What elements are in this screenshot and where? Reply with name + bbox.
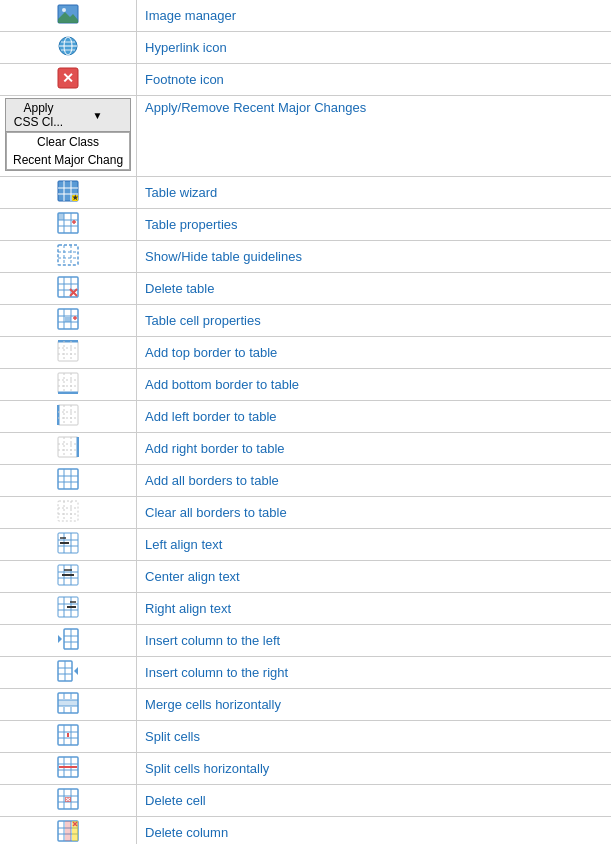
- icon-cell-center-align: [0, 561, 137, 593]
- row-clear-all-borders: Clear all borders to table: [0, 497, 611, 529]
- label-apply-css: Apply/Remove Recent Major Changes: [137, 96, 611, 177]
- row-add-all-borders: Add all borders to table: [0, 465, 611, 497]
- icon-cell-css-dropdown[interactable]: Apply CSS Cl... ▼ Clear Class Recent Maj…: [0, 96, 137, 177]
- label-right-align: Right align text: [137, 593, 611, 625]
- border-right-icon: [57, 436, 79, 458]
- label-image-manager: Image manager: [137, 0, 611, 32]
- css-dropdown-list[interactable]: Clear Class Recent Major Chang: [6, 132, 130, 170]
- row-add-left-border: Add left border to table: [0, 401, 611, 433]
- svg-marker-105: [74, 667, 78, 675]
- svg-marker-100: [58, 635, 62, 643]
- label-guidelines: Show/Hide table guidelines: [137, 241, 611, 273]
- row-footnote: ✕ Footnote icon: [0, 64, 611, 96]
- hyperlink-icon: [57, 35, 79, 57]
- align-left-icon: [57, 532, 79, 554]
- row-apply-css: Apply CSS Cl... ▼ Clear Class Recent Maj…: [0, 96, 611, 177]
- label-clear-borders: Clear all borders to table: [137, 497, 611, 529]
- align-center-icon: [57, 564, 79, 586]
- svg-rect-40: [65, 317, 71, 322]
- label-delete-table: Delete table: [137, 273, 611, 305]
- row-split-cells: Split cells: [0, 721, 611, 753]
- row-image-manager: Image manager: [0, 0, 611, 32]
- label-delete-cell: Delete cell: [137, 785, 611, 817]
- icon-cell-split-h: [0, 753, 137, 785]
- border-left-icon: [57, 404, 79, 426]
- cell-props-icon: [57, 308, 79, 330]
- label-right-border: Add right border to table: [137, 433, 611, 465]
- row-cell-props: Table cell properties: [0, 305, 611, 337]
- row-delete-column: Delete column: [0, 817, 611, 845]
- row-add-top-border: Add top border to table: [0, 337, 611, 369]
- svg-rect-70: [58, 501, 78, 521]
- svg-rect-59: [58, 437, 78, 457]
- svg-rect-65: [58, 469, 78, 489]
- icon-cell-delete-table: [0, 273, 137, 305]
- icon-cell-split: [0, 721, 137, 753]
- icon-cell-image-manager: [0, 0, 137, 32]
- css-dropdown-label: Apply CSS Cl...: [10, 101, 67, 129]
- row-insert-col-left: Insert column to the left: [0, 625, 611, 657]
- icon-cell-table-props: [0, 209, 137, 241]
- row-hyperlink: Hyperlink icon: [0, 32, 611, 64]
- icon-cell-merge-h: [0, 689, 137, 721]
- svg-rect-41: [58, 341, 78, 361]
- row-add-bottom-border: Add bottom border to table: [0, 369, 611, 401]
- icon-cell-delete-cell: [0, 785, 137, 817]
- label-bottom-border: Add bottom border to table: [137, 369, 611, 401]
- css-dropdown-header[interactable]: Apply CSS Cl... ▼: [6, 99, 130, 132]
- row-right-align: Right align text: [0, 593, 611, 625]
- col-right-icon: [57, 660, 79, 682]
- table-wizard-icon: ★: [57, 180, 79, 202]
- table-guidelines-icon: [57, 244, 79, 266]
- delete-col-icon: [57, 820, 79, 842]
- col-left-icon: [57, 628, 79, 650]
- icon-cell-all-borders: [0, 465, 137, 497]
- icon-cell-col-right: [0, 657, 137, 689]
- label-cell-props: Table cell properties: [137, 305, 611, 337]
- row-delete-cell: Delete cell: [0, 785, 611, 817]
- icon-cell-bottom-border: [0, 369, 137, 401]
- row-show-hide-guidelines: Show/Hide table guidelines: [0, 241, 611, 273]
- label-left-border: Add left border to table: [137, 401, 611, 433]
- icon-cell-cell-props: [0, 305, 137, 337]
- footnote-icon: ✕: [57, 67, 79, 89]
- svg-text:★: ★: [72, 194, 79, 201]
- label-table-properties: Table properties: [137, 209, 611, 241]
- row-insert-col-right: Insert column to the right: [0, 657, 611, 689]
- delete-table-icon: [57, 276, 79, 298]
- icon-cell-guidelines: [0, 241, 137, 273]
- icon-cell-table-wizard: ★: [0, 177, 137, 209]
- css-class-dropdown[interactable]: Apply CSS Cl... ▼ Clear Class Recent Maj…: [5, 98, 131, 171]
- merge-h-icon: [57, 692, 79, 714]
- svg-text:✕: ✕: [62, 70, 74, 86]
- border-top-icon: [57, 340, 79, 362]
- label-col-right: Insert column to the right: [137, 657, 611, 689]
- svg-point-1: [62, 8, 66, 12]
- label-left-align: Left align text: [137, 529, 611, 561]
- table-props-icon: [57, 212, 79, 234]
- row-delete-table: Delete table: [0, 273, 611, 305]
- svg-rect-139: [65, 821, 71, 841]
- svg-rect-53: [58, 405, 78, 425]
- image-manager-icon: [57, 3, 79, 25]
- icon-cell-top-border: [0, 337, 137, 369]
- row-split-cells-h: Split cells horizontally: [0, 753, 611, 785]
- label-top-border: Add top border to table: [137, 337, 611, 369]
- icon-cell-col-left: [0, 625, 137, 657]
- row-center-align: Center align text: [0, 561, 611, 593]
- label-split: Split cells: [137, 721, 611, 753]
- split-h-icon: [57, 756, 79, 778]
- svg-rect-22: [58, 213, 64, 220]
- label-center-align: Center align text: [137, 561, 611, 593]
- label-delete-col: Delete column: [137, 817, 611, 845]
- label-split-h: Split cells horizontally: [137, 753, 611, 785]
- css-item-recent-major[interactable]: Recent Major Chang: [7, 151, 129, 169]
- icon-cell-hyperlink: [0, 32, 137, 64]
- border-clear-icon: [57, 500, 79, 522]
- border-bottom-icon: [57, 372, 79, 394]
- split-icon: [57, 724, 79, 746]
- icon-cell-clear-borders: [0, 497, 137, 529]
- icon-cell-left-border: [0, 401, 137, 433]
- label-all-borders: Add all borders to table: [137, 465, 611, 497]
- css-item-clear-class[interactable]: Clear Class: [7, 133, 129, 151]
